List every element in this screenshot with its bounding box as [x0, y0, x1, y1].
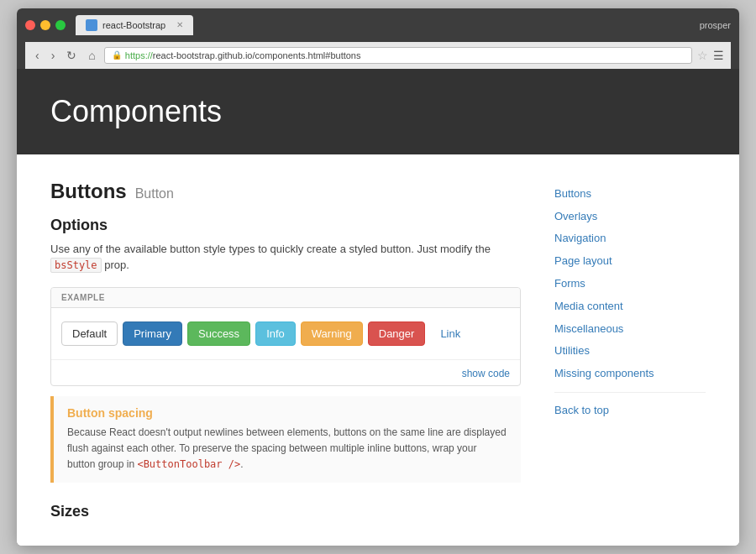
callout-suffix: .	[240, 458, 243, 470]
btn-primary[interactable]: Primary	[123, 321, 182, 346]
btn-info[interactable]: Info	[255, 321, 296, 346]
forward-button[interactable]: ›	[48, 48, 59, 63]
page-header: Components	[17, 69, 739, 154]
bsstyle-code: bsStyle	[50, 258, 102, 273]
show-code-row: show code	[51, 359, 520, 385]
btn-danger[interactable]: Danger	[368, 321, 426, 346]
tab-close-icon[interactable]: ✕	[176, 20, 183, 29]
back-button[interactable]: ‹	[32, 48, 43, 63]
address-url: react-bootstrap.github.io/components.htm…	[153, 50, 361, 60]
star-icon[interactable]: ☆	[697, 49, 708, 62]
tab-favicon	[86, 19, 97, 31]
options-heading: Options	[50, 217, 521, 234]
sidebar-item-missing-components[interactable]: Missing components	[554, 363, 706, 385]
reload-button[interactable]: ↻	[63, 48, 80, 63]
callout-text: Because React doesn't output newlines be…	[67, 425, 507, 473]
browser-nav-bar: ‹ › ↻ ⌂ 🔒 https://react-bootstrap.github…	[25, 42, 731, 69]
callout-box: Button spacing Because React doesn't out…	[50, 396, 521, 483]
main-content: Buttons Button Options Use any of the av…	[50, 180, 521, 521]
sidebar-item-navigation[interactable]: Navigation	[554, 227, 706, 250]
browser-tab[interactable]: react-Bootstrap ✕	[76, 15, 193, 35]
section-subtitle: Button	[135, 186, 174, 201]
section-title: Buttons Button	[50, 180, 521, 203]
address-bar[interactable]: 🔒 https://react-bootstrap.github.io/comp…	[104, 47, 692, 64]
sidebar-item-utilities[interactable]: Utilities	[554, 340, 706, 363]
callout-text-content: Because React doesn't output newlines be…	[67, 426, 507, 470]
section-heading: Buttons	[50, 180, 127, 203]
sidebar-item-miscellaneous[interactable]: Miscellaneous	[554, 318, 706, 341]
close-button[interactable]	[25, 20, 35, 30]
sidebar-nav: Buttons Overlays Navigation Page layout …	[554, 183, 706, 422]
page-content: Components Buttons Button Options Use an…	[17, 69, 739, 546]
sidebar: Buttons Overlays Navigation Page layout …	[554, 180, 706, 521]
page-title: Components	[50, 94, 706, 129]
btn-success[interactable]: Success	[187, 321, 250, 346]
callout-title: Button spacing	[67, 406, 507, 420]
maximize-button[interactable]	[55, 20, 66, 30]
example-content: Default Primary Success Info Warning Dan…	[51, 308, 520, 359]
show-code-link[interactable]: show code	[462, 368, 510, 379]
sizes-heading: Sizes	[50, 503, 521, 520]
browser-window: react-Bootstrap ✕ prosper ‹ › ↻ ⌂ 🔒 http…	[17, 8, 739, 546]
sidebar-item-page-layout[interactable]: Page layout	[554, 250, 706, 273]
address-https: https://	[125, 50, 153, 60]
sidebar-divider	[554, 392, 706, 393]
minimize-button[interactable]	[40, 20, 50, 30]
tab-bar: react-Bootstrap ✕	[76, 15, 700, 35]
options-description: Use any of the available button style ty…	[50, 241, 521, 274]
traffic-lights	[25, 20, 66, 30]
example-label: EXAMPLE	[51, 288, 520, 308]
menu-icon[interactable]: ☰	[713, 49, 724, 62]
btn-link[interactable]: Link	[430, 322, 470, 345]
sidebar-item-media-content[interactable]: Media content	[554, 295, 706, 318]
btn-warning[interactable]: Warning	[301, 321, 363, 346]
callout-code: <ButtonToolbar />	[137, 458, 240, 470]
browser-user: prosper	[700, 20, 731, 30]
page-body: Buttons Button Options Use any of the av…	[17, 154, 739, 546]
sidebar-item-overlays[interactable]: Overlays	[554, 206, 706, 228]
lock-icon: 🔒	[112, 50, 122, 60]
home-button[interactable]: ⌂	[85, 48, 98, 63]
browser-chrome: react-Bootstrap ✕ prosper ‹ › ↻ ⌂ 🔒 http…	[17, 8, 739, 69]
options-desc-text2: prop.	[102, 259, 129, 271]
options-desc-text1: Use any of the available button style ty…	[50, 243, 491, 255]
tab-title: react-Bootstrap	[102, 20, 165, 30]
sidebar-item-forms[interactable]: Forms	[554, 273, 706, 295]
sidebar-back-to-top[interactable]: Back to top	[554, 400, 706, 422]
browser-top-bar: react-Bootstrap ✕ prosper	[25, 15, 731, 35]
example-box: EXAMPLE Default Primary Success Info War…	[50, 287, 521, 386]
btn-default[interactable]: Default	[61, 321, 118, 346]
sidebar-item-buttons[interactable]: Buttons	[554, 183, 706, 206]
address-text: https://react-bootstrap.github.io/compon…	[125, 50, 361, 60]
